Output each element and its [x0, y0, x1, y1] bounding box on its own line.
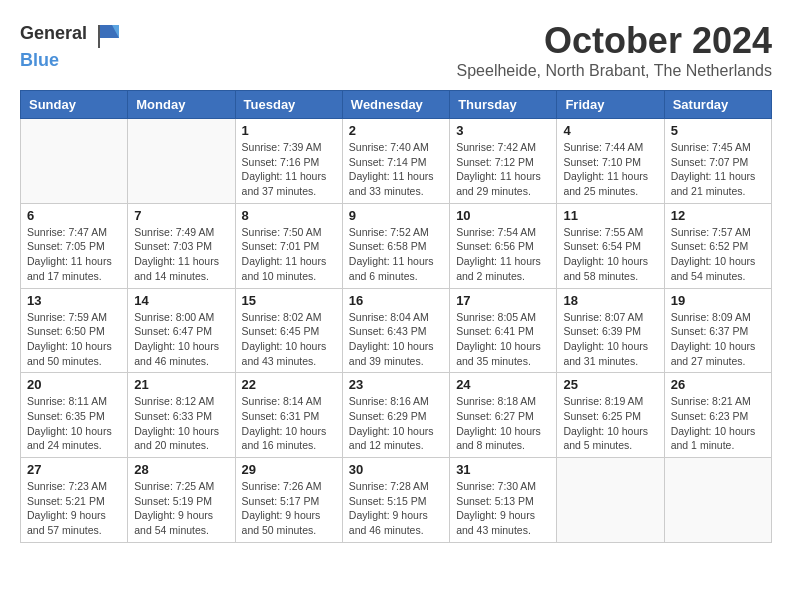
logo-general: General: [20, 23, 87, 43]
day-info: Sunrise: 8:16 AM Sunset: 6:29 PM Dayligh…: [349, 394, 443, 453]
day-info: Sunrise: 7:49 AM Sunset: 7:03 PM Dayligh…: [134, 225, 228, 284]
calendar-cell: 4Sunrise: 7:44 AM Sunset: 7:10 PM Daylig…: [557, 119, 664, 204]
day-number: 12: [671, 208, 765, 223]
day-number: 16: [349, 293, 443, 308]
calendar-cell: 16Sunrise: 8:04 AM Sunset: 6:43 PM Dayli…: [342, 288, 449, 373]
day-number: 28: [134, 462, 228, 477]
day-info: Sunrise: 7:57 AM Sunset: 6:52 PM Dayligh…: [671, 225, 765, 284]
calendar-cell: 2Sunrise: 7:40 AM Sunset: 7:14 PM Daylig…: [342, 119, 449, 204]
calendar-cell: 31Sunrise: 7:30 AM Sunset: 5:13 PM Dayli…: [450, 458, 557, 543]
month-title: October 2024: [457, 20, 772, 62]
calendar-cell: 5Sunrise: 7:45 AM Sunset: 7:07 PM Daylig…: [664, 119, 771, 204]
calendar-cell: 11Sunrise: 7:55 AM Sunset: 6:54 PM Dayli…: [557, 203, 664, 288]
title-area: October 2024 Speelheide, North Brabant, …: [457, 20, 772, 80]
day-info: Sunrise: 8:12 AM Sunset: 6:33 PM Dayligh…: [134, 394, 228, 453]
day-info: Sunrise: 8:18 AM Sunset: 6:27 PM Dayligh…: [456, 394, 550, 453]
calendar-cell: [664, 458, 771, 543]
calendar-cell: 19Sunrise: 8:09 AM Sunset: 6:37 PM Dayli…: [664, 288, 771, 373]
calendar-cell: [128, 119, 235, 204]
location-title: Speelheide, North Brabant, The Netherlan…: [457, 62, 772, 80]
calendar-cell: 17Sunrise: 8:05 AM Sunset: 6:41 PM Dayli…: [450, 288, 557, 373]
calendar-cell: 29Sunrise: 7:26 AM Sunset: 5:17 PM Dayli…: [235, 458, 342, 543]
day-number: 22: [242, 377, 336, 392]
calendar-cell: 9Sunrise: 7:52 AM Sunset: 6:58 PM Daylig…: [342, 203, 449, 288]
day-info: Sunrise: 7:44 AM Sunset: 7:10 PM Dayligh…: [563, 140, 657, 199]
calendar-cell: 25Sunrise: 8:19 AM Sunset: 6:25 PM Dayli…: [557, 373, 664, 458]
day-info: Sunrise: 8:11 AM Sunset: 6:35 PM Dayligh…: [27, 394, 121, 453]
calendar-cell: 1Sunrise: 7:39 AM Sunset: 7:16 PM Daylig…: [235, 119, 342, 204]
day-number: 25: [563, 377, 657, 392]
day-info: Sunrise: 7:50 AM Sunset: 7:01 PM Dayligh…: [242, 225, 336, 284]
day-info: Sunrise: 8:14 AM Sunset: 6:31 PM Dayligh…: [242, 394, 336, 453]
weekday-header-row: SundayMondayTuesdayWednesdayThursdayFrid…: [21, 91, 772, 119]
weekday-header-saturday: Saturday: [664, 91, 771, 119]
day-number: 1: [242, 123, 336, 138]
day-info: Sunrise: 7:55 AM Sunset: 6:54 PM Dayligh…: [563, 225, 657, 284]
day-info: Sunrise: 7:45 AM Sunset: 7:07 PM Dayligh…: [671, 140, 765, 199]
weekday-header-monday: Monday: [128, 91, 235, 119]
calendar-cell: 12Sunrise: 7:57 AM Sunset: 6:52 PM Dayli…: [664, 203, 771, 288]
calendar-week-row: 13Sunrise: 7:59 AM Sunset: 6:50 PM Dayli…: [21, 288, 772, 373]
day-info: Sunrise: 7:25 AM Sunset: 5:19 PM Dayligh…: [134, 479, 228, 538]
day-number: 14: [134, 293, 228, 308]
day-number: 29: [242, 462, 336, 477]
calendar-cell: 14Sunrise: 8:00 AM Sunset: 6:47 PM Dayli…: [128, 288, 235, 373]
day-number: 4: [563, 123, 657, 138]
day-info: Sunrise: 7:28 AM Sunset: 5:15 PM Dayligh…: [349, 479, 443, 538]
logo-blue: Blue: [20, 50, 59, 70]
calendar-cell: 30Sunrise: 7:28 AM Sunset: 5:15 PM Dayli…: [342, 458, 449, 543]
day-number: 21: [134, 377, 228, 392]
day-number: 9: [349, 208, 443, 223]
day-info: Sunrise: 7:23 AM Sunset: 5:21 PM Dayligh…: [27, 479, 121, 538]
calendar-cell: 21Sunrise: 8:12 AM Sunset: 6:33 PM Dayli…: [128, 373, 235, 458]
day-info: Sunrise: 8:21 AM Sunset: 6:23 PM Dayligh…: [671, 394, 765, 453]
day-info: Sunrise: 8:19 AM Sunset: 6:25 PM Dayligh…: [563, 394, 657, 453]
day-info: Sunrise: 7:47 AM Sunset: 7:05 PM Dayligh…: [27, 225, 121, 284]
calendar-cell: 13Sunrise: 7:59 AM Sunset: 6:50 PM Dayli…: [21, 288, 128, 373]
day-number: 27: [27, 462, 121, 477]
day-info: Sunrise: 7:42 AM Sunset: 7:12 PM Dayligh…: [456, 140, 550, 199]
weekday-header-tuesday: Tuesday: [235, 91, 342, 119]
day-info: Sunrise: 7:26 AM Sunset: 5:17 PM Dayligh…: [242, 479, 336, 538]
calendar-cell: 23Sunrise: 8:16 AM Sunset: 6:29 PM Dayli…: [342, 373, 449, 458]
calendar-cell: 15Sunrise: 8:02 AM Sunset: 6:45 PM Dayli…: [235, 288, 342, 373]
day-number: 17: [456, 293, 550, 308]
calendar-week-row: 6Sunrise: 7:47 AM Sunset: 7:05 PM Daylig…: [21, 203, 772, 288]
calendar-cell: 7Sunrise: 7:49 AM Sunset: 7:03 PM Daylig…: [128, 203, 235, 288]
calendar-cell: 26Sunrise: 8:21 AM Sunset: 6:23 PM Dayli…: [664, 373, 771, 458]
day-info: Sunrise: 7:39 AM Sunset: 7:16 PM Dayligh…: [242, 140, 336, 199]
calendar-cell: 24Sunrise: 8:18 AM Sunset: 6:27 PM Dayli…: [450, 373, 557, 458]
calendar-week-row: 27Sunrise: 7:23 AM Sunset: 5:21 PM Dayli…: [21, 458, 772, 543]
day-number: 15: [242, 293, 336, 308]
logo: General Blue: [20, 20, 124, 71]
weekday-header-sunday: Sunday: [21, 91, 128, 119]
calendar-table: SundayMondayTuesdayWednesdayThursdayFrid…: [20, 90, 772, 543]
day-info: Sunrise: 8:07 AM Sunset: 6:39 PM Dayligh…: [563, 310, 657, 369]
calendar-cell: [557, 458, 664, 543]
day-number: 24: [456, 377, 550, 392]
day-number: 18: [563, 293, 657, 308]
day-info: Sunrise: 7:52 AM Sunset: 6:58 PM Dayligh…: [349, 225, 443, 284]
calendar-cell: 3Sunrise: 7:42 AM Sunset: 7:12 PM Daylig…: [450, 119, 557, 204]
day-number: 19: [671, 293, 765, 308]
day-info: Sunrise: 8:04 AM Sunset: 6:43 PM Dayligh…: [349, 310, 443, 369]
calendar-cell: 18Sunrise: 8:07 AM Sunset: 6:39 PM Dayli…: [557, 288, 664, 373]
calendar-cell: 8Sunrise: 7:50 AM Sunset: 7:01 PM Daylig…: [235, 203, 342, 288]
calendar-week-row: 1Sunrise: 7:39 AM Sunset: 7:16 PM Daylig…: [21, 119, 772, 204]
calendar-cell: 10Sunrise: 7:54 AM Sunset: 6:56 PM Dayli…: [450, 203, 557, 288]
day-number: 10: [456, 208, 550, 223]
day-number: 2: [349, 123, 443, 138]
calendar-cell: [21, 119, 128, 204]
day-info: Sunrise: 8:05 AM Sunset: 6:41 PM Dayligh…: [456, 310, 550, 369]
day-number: 23: [349, 377, 443, 392]
day-number: 20: [27, 377, 121, 392]
day-number: 31: [456, 462, 550, 477]
calendar-cell: 22Sunrise: 8:14 AM Sunset: 6:31 PM Dayli…: [235, 373, 342, 458]
day-info: Sunrise: 8:02 AM Sunset: 6:45 PM Dayligh…: [242, 310, 336, 369]
day-number: 7: [134, 208, 228, 223]
day-number: 5: [671, 123, 765, 138]
day-number: 30: [349, 462, 443, 477]
page-header: General Blue October 2024 Speelheide, No…: [20, 20, 772, 80]
logo-flag-icon: [94, 20, 124, 50]
day-info: Sunrise: 7:30 AM Sunset: 5:13 PM Dayligh…: [456, 479, 550, 538]
